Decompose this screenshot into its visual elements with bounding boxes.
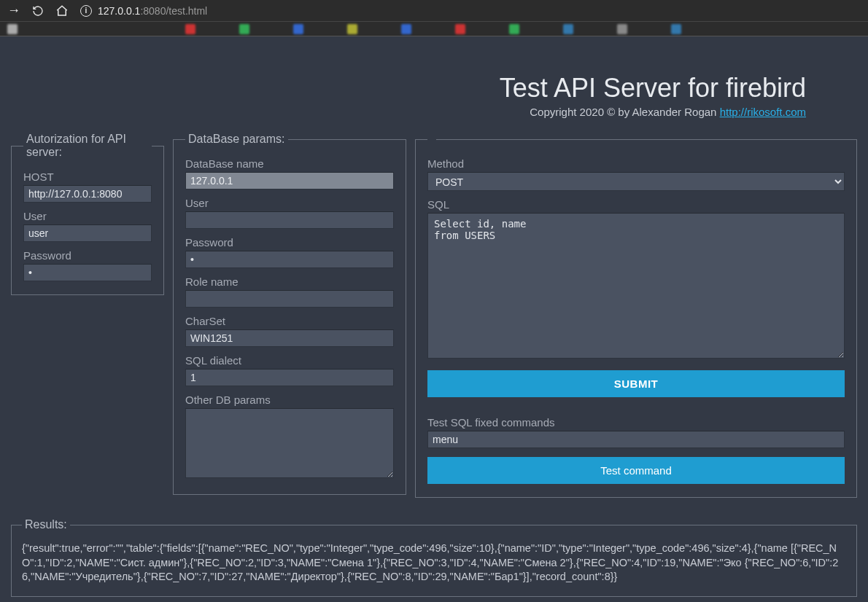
bookmarks-bar bbox=[0, 22, 868, 36]
dbname-label: DataBase name bbox=[185, 157, 394, 170]
fixed-command-input[interactable] bbox=[427, 431, 845, 448]
db-user-input[interactable] bbox=[185, 211, 394, 229]
dbname-input[interactable] bbox=[185, 172, 394, 189]
address-bar[interactable]: i 127.0.0.1:8080/test.html bbox=[80, 5, 207, 17]
db-fieldset: DataBase params: DataBase name User Pass… bbox=[173, 133, 406, 495]
copyright: Copyright 2020 © by Alexander Rogan http… bbox=[11, 106, 806, 118]
method-select[interactable]: POST bbox=[427, 172, 845, 191]
method-label: Method bbox=[427, 157, 845, 170]
db-user-label: User bbox=[185, 197, 394, 209]
sql-label: SQL bbox=[427, 198, 845, 211]
page-title: Test API Server for firebird bbox=[11, 73, 806, 103]
charset-label: CharSet bbox=[185, 315, 394, 327]
auth-legend: Autorization for API server: bbox=[23, 133, 152, 159]
host-input[interactable] bbox=[23, 185, 152, 203]
sql-textarea[interactable] bbox=[427, 213, 845, 359]
other-params-textarea[interactable] bbox=[185, 408, 394, 478]
results-fieldset: Results: {"result":true,"error":"","tabl… bbox=[11, 518, 857, 597]
results-body: {"result":true,"error":"","table":{"fiel… bbox=[22, 539, 846, 585]
url-port: :8080 bbox=[140, 5, 166, 17]
auth-fieldset: Autorization for API server: HOST User P… bbox=[11, 133, 164, 295]
main-fieldset: Method POST SQL SUBMIT Test SQL fixed co… bbox=[415, 133, 857, 498]
dialect-label: SQL dialect bbox=[185, 354, 394, 367]
home-icon[interactable] bbox=[55, 4, 69, 17]
fixed-label: Test SQL fixed commands bbox=[427, 416, 845, 429]
auth-password-label: Password bbox=[23, 249, 152, 262]
main-legend bbox=[427, 133, 436, 146]
test-command-button[interactable]: Test command bbox=[427, 457, 845, 484]
auth-user-label: User bbox=[23, 210, 152, 222]
role-input[interactable] bbox=[185, 290, 394, 308]
page-header: Test API Server for firebird Copyright 2… bbox=[11, 36, 857, 133]
dialect-input[interactable] bbox=[185, 369, 394, 386]
url-host: 127.0.0.1 bbox=[98, 5, 140, 17]
host-label: HOST bbox=[23, 171, 152, 183]
browser-toolbar: → i 127.0.0.1:8080/test.html bbox=[0, 0, 868, 22]
db-password-label: Password bbox=[185, 236, 394, 249]
info-icon[interactable]: i bbox=[80, 5, 92, 17]
auth-user-input[interactable] bbox=[23, 224, 152, 242]
auth-password-input[interactable] bbox=[23, 264, 152, 281]
author-link[interactable]: http://rikosoft.com bbox=[720, 106, 806, 118]
forward-icon[interactable]: → bbox=[7, 3, 20, 18]
role-label: Role name bbox=[185, 275, 394, 288]
results-legend: Results: bbox=[22, 518, 70, 531]
reload-icon[interactable] bbox=[32, 5, 44, 17]
db-password-input[interactable] bbox=[185, 251, 394, 268]
url-path: /test.html bbox=[166, 5, 207, 17]
db-legend: DataBase params: bbox=[185, 133, 288, 146]
submit-button[interactable]: SUBMIT bbox=[427, 370, 845, 397]
other-label: Other DB params bbox=[185, 394, 394, 406]
charset-input[interactable] bbox=[185, 329, 394, 347]
